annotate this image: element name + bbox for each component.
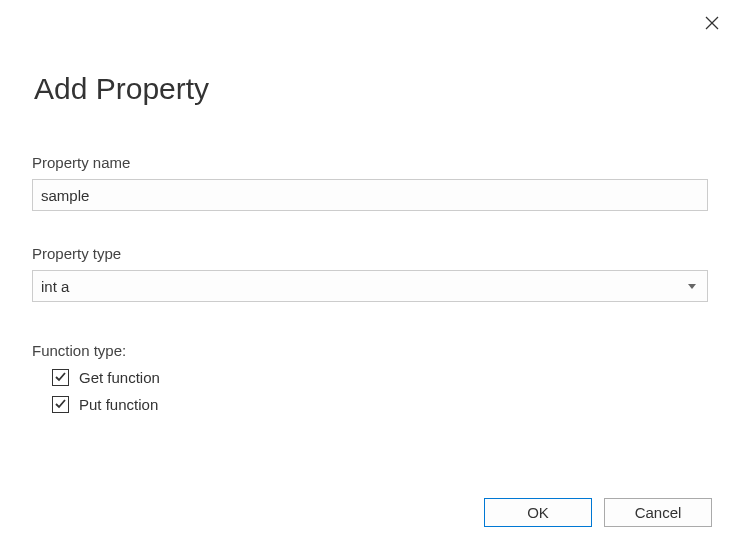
dialog-content: Property name Property type int a Functi… <box>0 106 740 413</box>
ok-button[interactable]: OK <box>484 498 592 527</box>
dialog-title: Add Property <box>0 0 740 106</box>
property-type-value: int a <box>41 278 69 295</box>
function-type-label: Function type: <box>32 342 708 359</box>
property-type-combobox[interactable]: int a <box>32 270 708 302</box>
close-icon <box>705 16 719 33</box>
chevron-down-icon <box>687 281 697 291</box>
cancel-button[interactable]: Cancel <box>604 498 712 527</box>
property-name-input[interactable] <box>32 179 708 211</box>
checkmark-icon <box>54 397 67 413</box>
put-function-row: Put function <box>32 396 708 413</box>
get-function-checkbox[interactable] <box>52 369 69 386</box>
checkmark-icon <box>54 370 67 386</box>
get-function-row: Get function <box>32 369 708 386</box>
add-property-dialog: Add Property Property name Property type… <box>0 0 740 551</box>
property-type-group: Property type int a <box>32 245 708 302</box>
dialog-buttons: OK Cancel <box>484 498 712 527</box>
get-function-label: Get function <box>79 369 160 386</box>
put-function-label: Put function <box>79 396 158 413</box>
svg-marker-2 <box>688 284 696 289</box>
property-type-label: Property type <box>32 245 708 262</box>
property-name-label: Property name <box>32 154 708 171</box>
put-function-checkbox[interactable] <box>52 396 69 413</box>
property-name-group: Property name <box>32 154 708 211</box>
close-button[interactable] <box>704 16 720 32</box>
function-type-group: Function type: Get function <box>32 342 708 413</box>
